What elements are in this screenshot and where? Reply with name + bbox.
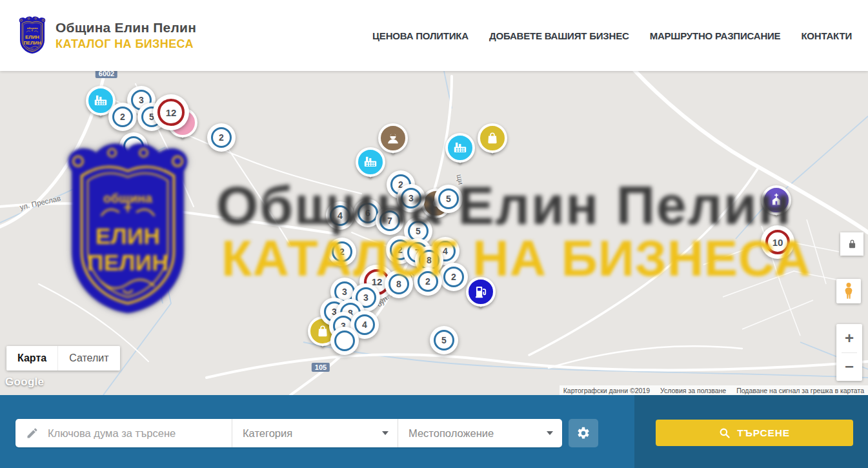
cluster-marker[interactable]: 12 — [153, 94, 189, 130]
svg-text:община: община — [27, 26, 38, 30]
map-canvas[interactable]: 6002105ул. Преславбул. „Новоселщи3251222… — [0, 71, 868, 395]
svg-text:ЕЛИН: ЕЛИН — [96, 223, 160, 249]
municipality-crest-logo: община ЕЛИН ПЕЛИН — [16, 15, 48, 56]
search-button-label: ТЪРСЕНЕ — [737, 427, 790, 439]
brand-text: Община Елин Пелин КАТАЛОГ НА БИЗНЕСА — [56, 20, 196, 51]
search-panel: Категория Местоположение — [15, 419, 562, 447]
cluster-ring: 12 — [157, 99, 184, 125]
bag-icon — [484, 130, 501, 147]
attribution-terms-link[interactable]: Условия за ползване — [660, 387, 726, 394]
cluster-count: 3 — [342, 287, 347, 297]
factory-icon — [452, 139, 469, 156]
svg-text:община: община — [103, 191, 153, 205]
street-view-pegman-button[interactable] — [836, 279, 861, 303]
cluster-count: 2 — [120, 112, 125, 122]
cluster-count: 2 — [219, 132, 224, 143]
category-select[interactable]: Категория — [232, 419, 398, 447]
zoom-in-button[interactable]: + — [836, 324, 862, 352]
lock-icon — [847, 239, 858, 250]
brand-title: Община Елин Пелин — [56, 20, 196, 36]
map-type-map-button[interactable]: Карта — [6, 346, 57, 371]
cluster-marker[interactable]: 2 — [108, 103, 137, 131]
cluster-marker[interactable] — [330, 327, 359, 355]
watermark-crest: община ЕЛИН ПЕЛИН — [55, 139, 201, 324]
worker-icon — [385, 130, 401, 147]
watermark-title: Община Елин Пелин — [216, 174, 792, 237]
keyword-section — [15, 419, 232, 447]
location-select-label: Местоположение — [409, 427, 494, 440]
map-attribution: Картографски данни ©2019 Условия за полз… — [560, 385, 868, 395]
pegman-icon — [842, 281, 855, 301]
cluster-marker[interactable]: 5 — [430, 326, 458, 354]
attribution-report-link[interactable]: Подаване на сигнал за грешка в картата — [736, 387, 864, 394]
factory-icon — [92, 92, 109, 109]
nav-item[interactable]: ДОБАВЕТЕ ВАШИЯТ БИЗНЕС — [489, 30, 629, 41]
pin-head — [478, 123, 507, 153]
svg-text:ЕЛИН: ЕЛИН — [25, 34, 39, 40]
google-logo: Google — [5, 376, 44, 389]
cluster-ring: 4 — [354, 314, 376, 336]
map-type-control: Карта Сателит — [6, 346, 120, 371]
gear-icon — [576, 426, 590, 440]
brand[interactable]: община ЕЛИН ПЕЛИН Община Елин Пелин КАТА… — [16, 15, 196, 56]
cluster-count: 3 — [363, 292, 368, 303]
factory-pin[interactable] — [356, 147, 385, 177]
chevron-down-icon — [382, 431, 389, 435]
map-type-satellite-button[interactable]: Сателит — [57, 346, 119, 371]
pin-head — [356, 147, 385, 177]
svg-text:ПЕЛИН: ПЕЛИН — [23, 40, 41, 46]
search-button[interactable]: ТЪРСЕНЕ — [656, 420, 853, 446]
cluster-count: 5 — [441, 335, 447, 345]
bag-pin[interactable] — [478, 123, 507, 153]
location-select[interactable]: Местоположение — [398, 419, 562, 447]
zoom-out-button[interactable]: − — [836, 353, 862, 382]
pin-head — [445, 133, 475, 163]
keyword-search-input[interactable] — [46, 427, 194, 440]
cluster-ring: 2 — [211, 127, 232, 148]
search-bar: Категория Местоположение ТЪРСЕНЕ — [0, 395, 868, 468]
nav-item[interactable]: ЦЕНОВА ПОЛИТИКА — [372, 30, 469, 41]
search-icon — [719, 427, 731, 439]
cluster-ring: 2 — [112, 107, 134, 128]
chevron-down-icon — [547, 431, 553, 435]
factory-icon — [362, 154, 379, 170]
svg-text:ПЕЛИН: ПЕЛИН — [87, 250, 168, 276]
cluster-count: 12 — [166, 107, 177, 118]
pencil-icon — [26, 427, 39, 440]
header: община ЕЛИН ПЕЛИН Община Елин Пелин КАТА… — [0, 0, 868, 71]
nav-item[interactable]: МАРШРУТНО РАЗПИСАНИЕ — [650, 30, 781, 41]
cluster-marker[interactable]: 2 — [207, 123, 236, 152]
main-nav: ЦЕНОВА ПОЛИТИКАДОБАВЕТЕ ВАШИЯТ БИЗНЕСМАР… — [372, 30, 852, 41]
advanced-settings-button[interactable] — [569, 419, 598, 447]
watermark-subtitle: КАТАЛОГ НА БИЗНЕСА — [221, 229, 811, 288]
nav-item[interactable]: КОНТАКТИ — [801, 30, 852, 41]
cluster-count: 3 — [139, 95, 144, 105]
road-number-label: 6002 — [96, 71, 117, 78]
cluster-ring — [334, 331, 356, 352]
cluster-count: 4 — [362, 320, 367, 330]
zoom-control: + − — [836, 324, 862, 381]
attribution-data: Картографски данни ©2019 — [563, 387, 650, 394]
lock-button[interactable] — [840, 232, 863, 256]
brand-subtitle: КАТАЛОГ НА БИЗНЕСА — [56, 37, 196, 51]
factory-pin[interactable] — [445, 133, 475, 163]
category-select-label: Категория — [243, 427, 292, 440]
road-number-label: 105 — [312, 363, 330, 372]
cluster-ring: 5 — [434, 330, 455, 351]
